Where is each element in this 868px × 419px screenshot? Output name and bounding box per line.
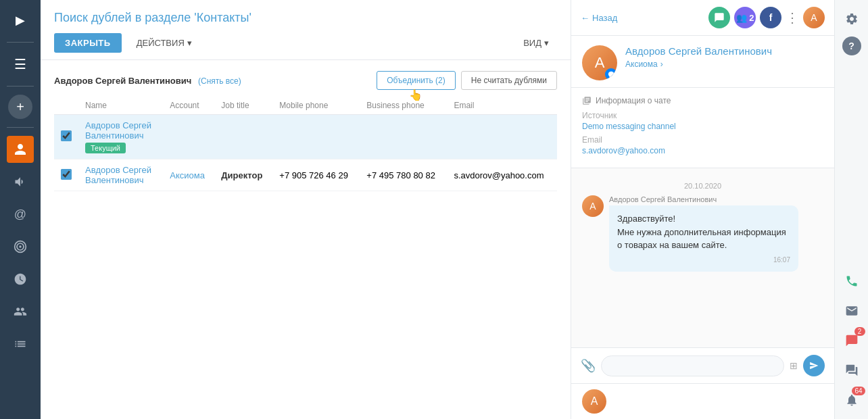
row1-contact-link[interactable]: Авдоров СергейВалентинович [85, 120, 156, 141]
phone-icon[interactable] [840, 269, 864, 293]
mail-icon[interactable] [840, 299, 864, 323]
row2-contact-link[interactable]: Авдоров СергейВалентинович [85, 165, 156, 185]
col-job-title: Job title [214, 97, 272, 115]
sidebar-contacts-icon[interactable] [7, 136, 34, 163]
settings-icon[interactable] [840, 7, 864, 31]
sidebar-menu-icon[interactable]: ☰ [7, 51, 34, 78]
close-button[interactable]: ЗАКРЫТЬ [54, 33, 122, 53]
contact-full-name[interactable]: Авдоров Сергей Валентинович [625, 45, 823, 57]
sidebar-add-button[interactable]: + [8, 95, 32, 119]
sidebar-events-icon[interactable] [7, 266, 34, 293]
group-actions: Объединить (2) 👆 Не считать дублями [377, 71, 557, 90]
panel-chat-icon[interactable] [708, 7, 730, 28]
contact-info-text: Авдоров Сергей Валентинович Аксиома › [625, 45, 823, 69]
row2-name-cell: Авдоров СергейВалентинович [78, 159, 163, 191]
group-header: Авдоров Сергей Валентинович (Снять все) … [54, 71, 557, 90]
notification-badge: 64 [852, 387, 865, 395]
row1-account-cell [163, 115, 214, 159]
date-separator: 20.10.2020 [582, 182, 823, 190]
row2-checkbox[interactable] [61, 169, 72, 180]
message-row: А Авдоров Сергей Валентинович Здравствуй… [582, 195, 823, 272]
row2-checkbox-cell [54, 159, 78, 191]
col-name: Name [78, 97, 163, 115]
sidebar-contacts2-icon[interactable] [7, 298, 34, 325]
row1-email-cell [447, 115, 557, 159]
right-panel-footer: А [571, 383, 834, 419]
row1-checkbox-cell [54, 115, 78, 159]
chat2-icon[interactable] [840, 358, 864, 383]
panel-facebook-icon[interactable]: f [760, 7, 781, 28]
sidebar-email-icon[interactable]: @ [7, 201, 34, 228]
chat-info-header: Информация о чате [582, 96, 823, 105]
chevron-down-icon2: ▾ [544, 38, 549, 48]
col-business-phone: Business phone [360, 97, 447, 115]
toolbar-left: ЗАКРЫТЬ ДЕЙСТВИЯ ▾ [54, 33, 200, 53]
panel-user-avatar[interactable]: А [803, 7, 825, 28]
uncheck-all-link[interactable]: (Снять все) [198, 76, 241, 86]
actions-button[interactable]: ДЕЙСТВИЯ ▾ [128, 33, 200, 53]
row2-jobtitle-cell: Директор [214, 159, 272, 191]
main-header: Поиск дублей в разделе 'Контакты' ЗАКРЫТ… [41, 0, 571, 60]
msg-bubble: Здравствуйте! Мне нужна дополнительная и… [609, 205, 798, 272]
dupes-table: Name Account Job title Mobile phone Busi… [54, 97, 557, 191]
source-value[interactable]: Demo messaging channel [582, 122, 823, 131]
sidebar-toggle-icon[interactable]: ▶ [7, 7, 34, 34]
chevron-right-icon: › [660, 59, 663, 69]
group-title: Авдоров Сергей Валентинович (Снять все) [54, 76, 241, 86]
notification-icon[interactable]: 64 [840, 388, 864, 412]
messenger-badge [605, 68, 617, 80]
svg-point-2 [19, 245, 21, 247]
message-input[interactable] [601, 355, 784, 376]
row1-mobile-cell [272, 115, 360, 159]
chat-icon[interactable]: 2 [840, 328, 864, 353]
row2-email-cell: s.avdorov@yahoo.com [447, 159, 557, 191]
table-row: Авдоров СергейВалентинович Аксиома Дирек… [54, 159, 557, 191]
sidebar-reports-icon[interactable] [7, 330, 34, 358]
msg-time: 16:07 [617, 255, 790, 265]
input-area: 📎 ⊞ [571, 347, 834, 383]
left-sidebar: ▶ ☰ + @ [0, 0, 41, 419]
main-area: Поиск дублей в разделе 'Контакты' ЗАКРЫТ… [41, 0, 571, 419]
row2-account-link[interactable]: Аксиома [170, 170, 205, 180]
panel-users-icon[interactable]: 👥 2 [734, 7, 756, 28]
view-button[interactable]: ВИД ▾ [515, 33, 557, 53]
back-arrow-icon: ← [581, 13, 589, 23]
messages-area: 20.10.2020 А Авдоров Сергей Валентинович… [571, 168, 834, 347]
email-value[interactable]: s.avdorov@yahoo.com [582, 146, 823, 155]
right-panel-header: ← Назад 👥 2 f ⋮ А [571, 0, 834, 36]
row2-account-cell: Аксиома [163, 159, 214, 191]
msg-content: Авдоров Сергей Валентинович Здравствуйте… [609, 195, 798, 272]
panel-toolbar-icons: 👥 2 f ⋮ А [708, 7, 825, 28]
help-icon[interactable]: ? [842, 36, 861, 55]
right-panel: ← Назад 👥 2 f ⋮ А А Авдоров Сергей Вален… [571, 0, 834, 419]
source-label: Источник [582, 111, 823, 120]
far-right-panel: ? 2 64 [834, 0, 868, 419]
row1-name-cell: Авдоров СергейВалентинович Текущий [78, 115, 163, 159]
chat-info-title: Информация о чате [596, 96, 671, 105]
row1-jobtitle-cell [214, 115, 272, 159]
content-area: Авдоров Сергей Валентинович (Снять все) … [41, 60, 571, 419]
row2-mobile-cell: +7 905 726 46 29 [272, 159, 360, 191]
col-checkbox [54, 97, 78, 115]
email-label: Email [582, 135, 823, 145]
row2-jobtitle: Директор [221, 170, 262, 180]
send-button[interactable] [803, 355, 825, 376]
col-mobile-phone: Mobile phone [272, 97, 360, 115]
row1-checkbox[interactable] [61, 130, 72, 141]
contact-company[interactable]: Аксиома › [625, 59, 823, 69]
table-row: Авдоров СергейВалентинович Текущий [54, 115, 557, 159]
back-link[interactable]: ← Назад [581, 13, 617, 23]
not-dupes-button[interactable]: Не считать дублями [461, 71, 557, 90]
toolbar: ЗАКРЫТЬ ДЕЙСТВИЯ ▾ ВИД ▾ [54, 33, 557, 53]
row1-business-phone-cell [360, 115, 447, 159]
sidebar-campaigns-icon[interactable] [7, 168, 34, 195]
contact-section: А Авдоров Сергей Валентинович Аксиома › [571, 36, 834, 88]
panel-more-icon[interactable]: ⋮ [786, 9, 799, 26]
footer-avatar: А [582, 389, 606, 414]
merge-button[interactable]: Объединить (2) 👆 [377, 71, 456, 90]
msg-sender: Авдоров Сергей Валентинович [609, 195, 798, 203]
sidebar-targets-icon[interactable] [7, 233, 34, 260]
attach-icon[interactable]: 📎 [581, 358, 596, 373]
format-icon[interactable]: ⊞ [790, 360, 798, 371]
chevron-down-icon: ▾ [187, 38, 192, 48]
